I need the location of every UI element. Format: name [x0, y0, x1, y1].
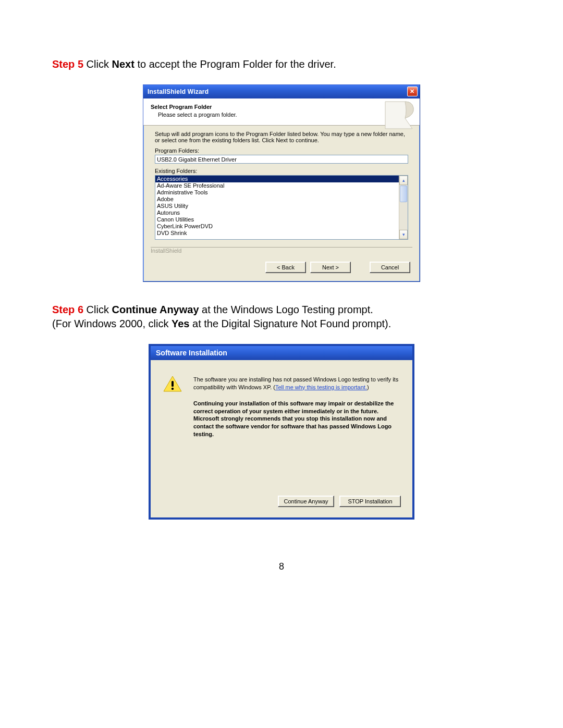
next-button[interactable]: Next >	[310, 262, 351, 273]
list-item[interactable]: Ad-Aware SE Professional	[155, 182, 399, 189]
step6-b1: Continue Anyway	[112, 304, 199, 315]
step5-instruction: Step 5 Click Next to accept the Program …	[52, 57, 511, 71]
step5-text-c: to accept the Program Folder for the dri…	[134, 58, 336, 70]
scroll-thumb[interactable]	[400, 186, 407, 202]
page-number: 8	[52, 561, 511, 572]
label-existing-folders: Existing Folders:	[155, 168, 408, 174]
is-header: Select Program Folder Please select a pr…	[143, 98, 420, 126]
is-header-sub: Please select a program folder.	[151, 110, 413, 118]
is-description: Setup will add program icons to the Prog…	[155, 131, 408, 143]
list-item[interactable]: DVD Shrink	[155, 230, 399, 237]
step6-t3: (For Windows 2000, click	[52, 318, 172, 329]
list-item[interactable]: Accessories	[155, 176, 399, 182]
step6-instruction: Step 6 Click Continue Anyway at the Wind…	[52, 303, 511, 331]
scroll-down-icon[interactable]: ▾	[399, 230, 408, 239]
si-bold-warning: Continuing your installation of this sof…	[193, 400, 400, 438]
scrollbar[interactable]: ▴ ▾	[399, 176, 408, 239]
is-title: InstallShield Wizard	[148, 88, 209, 95]
existing-folders-listbox[interactable]: Accessories Ad-Aware SE Professional Adm…	[155, 175, 408, 240]
step6-t4: at the Digital Signature Not Found promp…	[189, 318, 391, 329]
step6-label: Step 6	[52, 304, 83, 315]
step6-t1: Click	[83, 304, 112, 315]
continue-anyway-button[interactable]: Continue Anyway	[278, 496, 334, 507]
list-item[interactable]: Canon Utilities	[155, 216, 399, 223]
cancel-button[interactable]: Cancel	[370, 262, 410, 273]
step6-t2: at the Windows Logo Testing prompt.	[199, 304, 373, 315]
list-item[interactable]: ASUS Utility	[155, 203, 399, 209]
software-installation-window: Software Installation The software you a…	[149, 344, 414, 520]
svg-rect-0	[172, 381, 174, 387]
scroll-up-icon[interactable]: ▴	[399, 176, 408, 185]
step5-text-a: Click	[83, 58, 112, 70]
list-item[interactable]: Autoruns	[155, 209, 399, 216]
is-header-title: Select Program Folder	[151, 104, 413, 110]
program-folder-input[interactable]	[155, 155, 408, 164]
si-text-block: The software you are installing has not …	[193, 376, 400, 438]
installshield-brand: InstallShield	[151, 248, 183, 254]
list-item[interactable]: Adobe	[155, 196, 399, 203]
warning-icon	[163, 376, 182, 438]
step5-bold: Next	[112, 58, 134, 70]
si-para1b: )	[367, 384, 369, 390]
back-button[interactable]: < Back	[265, 262, 306, 273]
list-item[interactable]: CyberLink PowerDVD	[155, 223, 399, 230]
step5-label: Step 5	[52, 58, 83, 70]
step6-b2: Yes	[172, 318, 189, 329]
list-item[interactable]: Administrative Tools	[155, 189, 399, 196]
close-icon[interactable]: ✕	[407, 87, 418, 96]
si-titlebar: Software Installation	[151, 344, 412, 360]
is-titlebar: InstallShield Wizard ✕	[143, 85, 420, 98]
tell-me-why-link[interactable]: Tell me why this testing is important.	[275, 384, 367, 390]
label-program-folders: Program Folders:	[155, 147, 408, 154]
svg-point-1	[172, 388, 174, 390]
stop-installation-button[interactable]: STOP Installation	[339, 496, 401, 507]
installshield-window: InstallShield Wizard ✕ Select Program Fo…	[143, 84, 420, 282]
page-curl-icon	[384, 101, 415, 130]
